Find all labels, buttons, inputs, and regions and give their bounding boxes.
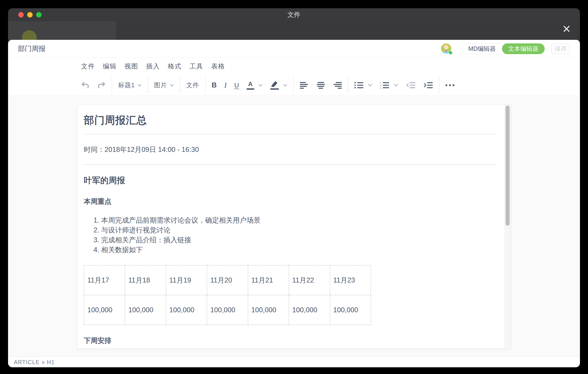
toolbar-divider (180, 77, 180, 94)
undo-button[interactable] (77, 77, 93, 94)
redo-button[interactable] (93, 77, 109, 94)
chevron-down-icon (138, 84, 142, 87)
menu-tools[interactable]: 工具 (189, 62, 203, 71)
svg-text:2: 2 (380, 84, 381, 87)
svg-text:3: 3 (380, 87, 381, 89)
undo-icon (81, 81, 90, 89)
image-insert-dropdown[interactable]: 图片 (150, 77, 178, 94)
user-avatar[interactable] (441, 44, 452, 54)
doc-h3-this-week[interactable]: 本周重点 (84, 197, 496, 206)
menu-table[interactable]: 表格 (211, 62, 225, 71)
indent-button[interactable] (419, 77, 437, 94)
document-page[interactable]: 部门周报汇总 时间：2018年12月09日 14:00 - 16:30 叶军的周… (77, 105, 511, 349)
menu-format[interactable]: 格式 (168, 62, 182, 71)
format-toolbar: 标题1 图片 文件 B (8, 75, 580, 96)
header-actions: MD编辑器 文本编辑器 保存 (441, 44, 570, 54)
chevron-down-icon (170, 84, 174, 87)
avatar-bow (445, 50, 447, 51)
screen: 文件 部门周报 (0, 0, 588, 374)
article-body[interactable]: 部门周报汇总 时间：2018年12月09日 14:00 - 16:30 叶军的周… (84, 105, 496, 345)
more-icon (445, 84, 454, 86)
editor-mode-switch: MD编辑器 文本编辑器 (462, 44, 545, 54)
highlight-button[interactable] (266, 77, 283, 94)
table-cell[interactable]: 11月21 (248, 265, 289, 295)
bold-icon: B (212, 81, 217, 89)
close-modal-button[interactable] (562, 24, 571, 34)
menu-edit[interactable]: 编辑 (103, 62, 117, 71)
chevron-down-icon (368, 84, 372, 87)
bold-button[interactable]: B (208, 77, 220, 94)
file-insert-button[interactable]: 文件 (182, 77, 203, 94)
menu-view[interactable]: 视图 (125, 62, 138, 71)
table-cell[interactable]: 100,000 (207, 295, 248, 325)
table-cell[interactable]: 11月19 (166, 265, 207, 295)
save-button[interactable]: 保存 (551, 44, 570, 54)
numbered-list-dropdown[interactable] (393, 77, 402, 94)
toolbar-divider (439, 77, 440, 94)
heading-style-dropdown[interactable]: 标题1 (114, 77, 146, 94)
titlebar[interactable]: 文件 (8, 8, 580, 21)
toolbar-divider (148, 77, 148, 94)
table-cell[interactable]: 100,000 (248, 295, 289, 325)
table-cell[interactable]: 11月18 (125, 265, 166, 295)
align-left-button[interactable] (296, 77, 313, 94)
font-color-button[interactable]: A (243, 77, 258, 94)
element-path-breadcrumb: ARTICLE » H1 (14, 359, 55, 365)
table-cell[interactable]: 11月22 (289, 265, 330, 295)
list-item[interactable]: 相关数据如下 (101, 245, 496, 255)
heading-style-label: 标题1 (118, 81, 135, 89)
avatar-face (444, 45, 448, 49)
document-title: 部门周报 (18, 44, 46, 54)
table-row: 11月17 11月18 11月19 11月20 11月21 11月22 11月2… (84, 265, 371, 295)
font-color-icon: A (247, 81, 254, 90)
numbered-list-button[interactable]: 1 2 3 (376, 77, 393, 94)
outdent-button[interactable] (402, 77, 419, 94)
italic-button[interactable]: I (220, 77, 231, 94)
md-editor-tab[interactable]: MD编辑器 (462, 44, 502, 54)
menu-insert[interactable]: 插入 (146, 62, 160, 71)
table-cell[interactable]: 11月23 (330, 265, 371, 295)
menu-file[interactable]: 文件 (81, 62, 95, 71)
table-cell[interactable]: 100,000 (289, 295, 330, 325)
italic-icon: I (224, 81, 227, 89)
table-cell[interactable]: 100,000 (166, 295, 207, 325)
list-item[interactable]: 与设计师进行视觉讨论 (101, 225, 496, 235)
text-editor-tab[interactable]: 文本编辑器 (502, 44, 545, 54)
app-window: 文件 部门周报 (8, 8, 580, 367)
bullet-list-dropdown[interactable] (368, 77, 376, 94)
font-color-dropdown[interactable] (258, 77, 266, 94)
chevron-down-icon (283, 84, 287, 87)
underline-button[interactable]: U (231, 77, 243, 94)
list-item[interactable]: 完成相关产品介绍：插入链接 (101, 235, 496, 245)
indent-icon (423, 82, 433, 89)
doc-h3-next-week[interactable]: 下周安排 (84, 336, 496, 345)
align-right-button[interactable] (329, 77, 346, 94)
doc-h2[interactable]: 叶军的周报 (84, 175, 496, 186)
table-cell[interactable]: 11月20 (207, 265, 248, 295)
table-cell[interactable]: 100,000 (125, 295, 166, 325)
chevron-down-icon (259, 84, 262, 87)
scrollbar-thumb[interactable] (505, 106, 510, 226)
bullet-list-button[interactable] (350, 77, 368, 94)
highlight-dropdown[interactable] (283, 77, 291, 94)
scrollbar-track[interactable] (504, 105, 511, 348)
table-cell[interactable]: 100,000 (330, 295, 371, 325)
doc-time-line[interactable]: 时间：2018年12月09日 14:00 - 16:30 (84, 145, 496, 154)
svg-text:1: 1 (380, 82, 381, 84)
online-status-dot (449, 51, 452, 54)
doc-h1[interactable]: 部门周报汇总 (84, 113, 496, 127)
editor-modal: 部门周报 MD编辑器 文本编辑器 (8, 40, 580, 367)
menu-bar: 文件 编辑 视图 插入 格式 工具 表格 (8, 58, 580, 75)
toolbar-divider (205, 77, 206, 94)
toolbar-divider (348, 77, 348, 94)
outdent-icon (406, 82, 416, 89)
table-cell[interactable]: 100,000 (84, 295, 125, 325)
table-row: 100,000 100,000 100,000 100,000 100,000 … (84, 295, 371, 325)
toolbar-divider (293, 77, 294, 94)
list-item[interactable]: 本周完成产品前期需求讨论会议，确定相关用户场景 (101, 215, 496, 225)
align-center-button[interactable] (313, 77, 329, 94)
more-tools-button[interactable] (442, 77, 458, 94)
align-right-icon (333, 81, 342, 89)
table-cell[interactable]: 11月17 (84, 265, 125, 295)
image-insert-label: 图片 (154, 81, 167, 89)
